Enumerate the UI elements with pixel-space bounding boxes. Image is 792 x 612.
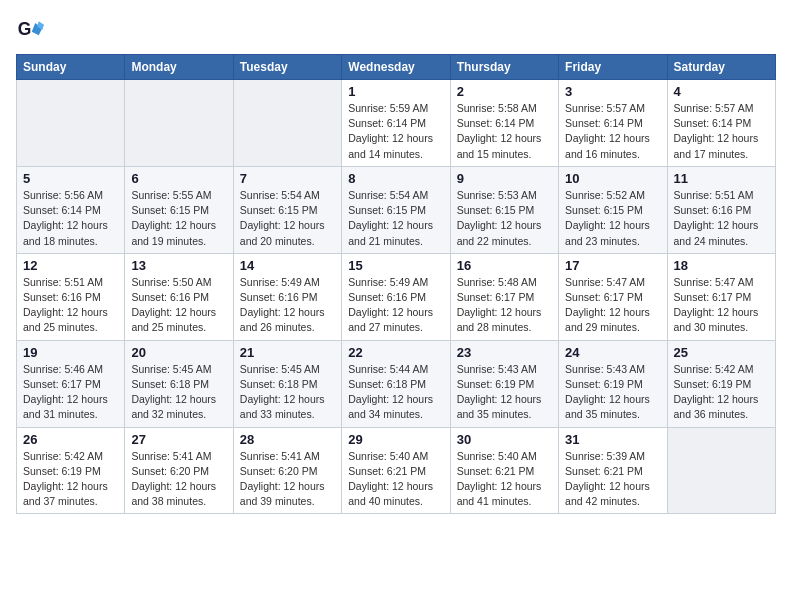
calendar-cell (233, 80, 341, 167)
day-number: 12 (23, 258, 118, 273)
calendar-cell: 29Sunrise: 5:40 AM Sunset: 6:21 PM Dayli… (342, 427, 450, 514)
calendar-week-1: 1Sunrise: 5:59 AM Sunset: 6:14 PM Daylig… (17, 80, 776, 167)
weekday-friday: Friday (559, 55, 667, 80)
day-info: Sunrise: 5:54 AM Sunset: 6:15 PM Dayligh… (348, 188, 443, 249)
calendar-cell: 14Sunrise: 5:49 AM Sunset: 6:16 PM Dayli… (233, 253, 341, 340)
day-info: Sunrise: 5:45 AM Sunset: 6:18 PM Dayligh… (240, 362, 335, 423)
day-info: Sunrise: 5:42 AM Sunset: 6:19 PM Dayligh… (23, 449, 118, 510)
day-info: Sunrise: 5:45 AM Sunset: 6:18 PM Dayligh… (131, 362, 226, 423)
calendar-week-4: 19Sunrise: 5:46 AM Sunset: 6:17 PM Dayli… (17, 340, 776, 427)
calendar-cell: 22Sunrise: 5:44 AM Sunset: 6:18 PM Dayli… (342, 340, 450, 427)
calendar-cell: 25Sunrise: 5:42 AM Sunset: 6:19 PM Dayli… (667, 340, 775, 427)
day-number: 10 (565, 171, 660, 186)
calendar-cell: 31Sunrise: 5:39 AM Sunset: 6:21 PM Dayli… (559, 427, 667, 514)
calendar-cell: 8Sunrise: 5:54 AM Sunset: 6:15 PM Daylig… (342, 166, 450, 253)
day-info: Sunrise: 5:41 AM Sunset: 6:20 PM Dayligh… (131, 449, 226, 510)
day-number: 22 (348, 345, 443, 360)
day-info: Sunrise: 5:41 AM Sunset: 6:20 PM Dayligh… (240, 449, 335, 510)
day-info: Sunrise: 5:47 AM Sunset: 6:17 PM Dayligh… (674, 275, 769, 336)
day-number: 4 (674, 84, 769, 99)
day-info: Sunrise: 5:57 AM Sunset: 6:14 PM Dayligh… (674, 101, 769, 162)
day-number: 13 (131, 258, 226, 273)
calendar-cell: 5Sunrise: 5:56 AM Sunset: 6:14 PM Daylig… (17, 166, 125, 253)
calendar-cell: 13Sunrise: 5:50 AM Sunset: 6:16 PM Dayli… (125, 253, 233, 340)
day-number: 19 (23, 345, 118, 360)
calendar-cell: 11Sunrise: 5:51 AM Sunset: 6:16 PM Dayli… (667, 166, 775, 253)
day-info: Sunrise: 5:48 AM Sunset: 6:17 PM Dayligh… (457, 275, 552, 336)
calendar-cell: 27Sunrise: 5:41 AM Sunset: 6:20 PM Dayli… (125, 427, 233, 514)
day-info: Sunrise: 5:40 AM Sunset: 6:21 PM Dayligh… (348, 449, 443, 510)
day-number: 26 (23, 432, 118, 447)
calendar-week-5: 26Sunrise: 5:42 AM Sunset: 6:19 PM Dayli… (17, 427, 776, 514)
calendar-cell: 9Sunrise: 5:53 AM Sunset: 6:15 PM Daylig… (450, 166, 558, 253)
calendar-cell: 16Sunrise: 5:48 AM Sunset: 6:17 PM Dayli… (450, 253, 558, 340)
day-info: Sunrise: 5:58 AM Sunset: 6:14 PM Dayligh… (457, 101, 552, 162)
day-info: Sunrise: 5:51 AM Sunset: 6:16 PM Dayligh… (674, 188, 769, 249)
weekday-wednesday: Wednesday (342, 55, 450, 80)
day-info: Sunrise: 5:47 AM Sunset: 6:17 PM Dayligh… (565, 275, 660, 336)
calendar-cell: 1Sunrise: 5:59 AM Sunset: 6:14 PM Daylig… (342, 80, 450, 167)
calendar-cell (667, 427, 775, 514)
calendar-body: 1Sunrise: 5:59 AM Sunset: 6:14 PM Daylig… (17, 80, 776, 514)
day-number: 15 (348, 258, 443, 273)
calendar-cell (17, 80, 125, 167)
day-number: 5 (23, 171, 118, 186)
calendar-cell: 30Sunrise: 5:40 AM Sunset: 6:21 PM Dayli… (450, 427, 558, 514)
day-number: 6 (131, 171, 226, 186)
calendar-cell: 4Sunrise: 5:57 AM Sunset: 6:14 PM Daylig… (667, 80, 775, 167)
calendar-cell: 2Sunrise: 5:58 AM Sunset: 6:14 PM Daylig… (450, 80, 558, 167)
day-info: Sunrise: 5:49 AM Sunset: 6:16 PM Dayligh… (240, 275, 335, 336)
day-number: 11 (674, 171, 769, 186)
day-number: 27 (131, 432, 226, 447)
calendar-cell: 10Sunrise: 5:52 AM Sunset: 6:15 PM Dayli… (559, 166, 667, 253)
day-info: Sunrise: 5:42 AM Sunset: 6:19 PM Dayligh… (674, 362, 769, 423)
day-info: Sunrise: 5:43 AM Sunset: 6:19 PM Dayligh… (457, 362, 552, 423)
day-info: Sunrise: 5:51 AM Sunset: 6:16 PM Dayligh… (23, 275, 118, 336)
calendar-cell: 23Sunrise: 5:43 AM Sunset: 6:19 PM Dayli… (450, 340, 558, 427)
page-header: G (16, 16, 776, 44)
day-number: 25 (674, 345, 769, 360)
calendar-cell (125, 80, 233, 167)
svg-text:G: G (18, 19, 32, 39)
calendar-cell: 15Sunrise: 5:49 AM Sunset: 6:16 PM Dayli… (342, 253, 450, 340)
day-number: 24 (565, 345, 660, 360)
logo: G (16, 16, 48, 44)
calendar-cell: 26Sunrise: 5:42 AM Sunset: 6:19 PM Dayli… (17, 427, 125, 514)
calendar-cell: 7Sunrise: 5:54 AM Sunset: 6:15 PM Daylig… (233, 166, 341, 253)
day-info: Sunrise: 5:40 AM Sunset: 6:21 PM Dayligh… (457, 449, 552, 510)
calendar-cell: 28Sunrise: 5:41 AM Sunset: 6:20 PM Dayli… (233, 427, 341, 514)
day-info: Sunrise: 5:53 AM Sunset: 6:15 PM Dayligh… (457, 188, 552, 249)
day-number: 16 (457, 258, 552, 273)
calendar-cell: 24Sunrise: 5:43 AM Sunset: 6:19 PM Dayli… (559, 340, 667, 427)
day-info: Sunrise: 5:59 AM Sunset: 6:14 PM Dayligh… (348, 101, 443, 162)
calendar-week-3: 12Sunrise: 5:51 AM Sunset: 6:16 PM Dayli… (17, 253, 776, 340)
calendar-cell: 17Sunrise: 5:47 AM Sunset: 6:17 PM Dayli… (559, 253, 667, 340)
calendar-cell: 19Sunrise: 5:46 AM Sunset: 6:17 PM Dayli… (17, 340, 125, 427)
day-number: 7 (240, 171, 335, 186)
day-number: 1 (348, 84, 443, 99)
day-number: 3 (565, 84, 660, 99)
calendar-header: SundayMondayTuesdayWednesdayThursdayFrid… (17, 55, 776, 80)
day-number: 14 (240, 258, 335, 273)
calendar-cell: 12Sunrise: 5:51 AM Sunset: 6:16 PM Dayli… (17, 253, 125, 340)
weekday-thursday: Thursday (450, 55, 558, 80)
calendar-cell: 6Sunrise: 5:55 AM Sunset: 6:15 PM Daylig… (125, 166, 233, 253)
day-info: Sunrise: 5:57 AM Sunset: 6:14 PM Dayligh… (565, 101, 660, 162)
day-number: 20 (131, 345, 226, 360)
day-number: 21 (240, 345, 335, 360)
day-number: 28 (240, 432, 335, 447)
day-info: Sunrise: 5:44 AM Sunset: 6:18 PM Dayligh… (348, 362, 443, 423)
day-info: Sunrise: 5:50 AM Sunset: 6:16 PM Dayligh… (131, 275, 226, 336)
day-number: 9 (457, 171, 552, 186)
calendar-week-2: 5Sunrise: 5:56 AM Sunset: 6:14 PM Daylig… (17, 166, 776, 253)
weekday-header-row: SundayMondayTuesdayWednesdayThursdayFrid… (17, 55, 776, 80)
day-number: 31 (565, 432, 660, 447)
calendar-cell: 21Sunrise: 5:45 AM Sunset: 6:18 PM Dayli… (233, 340, 341, 427)
day-number: 8 (348, 171, 443, 186)
calendar-table: SundayMondayTuesdayWednesdayThursdayFrid… (16, 54, 776, 514)
day-number: 30 (457, 432, 552, 447)
day-number: 23 (457, 345, 552, 360)
day-number: 2 (457, 84, 552, 99)
day-number: 29 (348, 432, 443, 447)
day-info: Sunrise: 5:56 AM Sunset: 6:14 PM Dayligh… (23, 188, 118, 249)
